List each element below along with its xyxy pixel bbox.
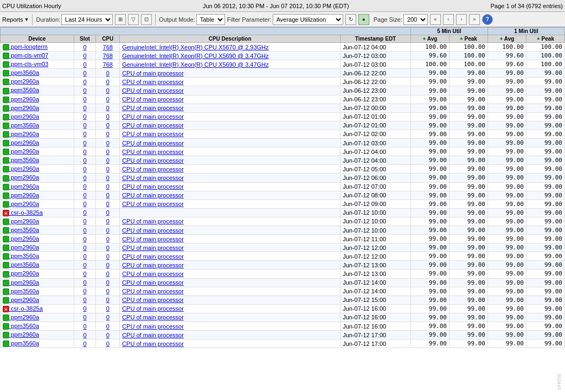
cpu-link[interactable]: 0 <box>106 149 110 155</box>
slot-link[interactable]: 0 <box>83 149 86 155</box>
cpu-desc-link[interactable]: CPU of main processor <box>122 236 184 242</box>
cpu-link[interactable]: 0 <box>106 175 110 181</box>
slot-link[interactable]: 0 <box>83 323 86 330</box>
col-slot[interactable]: Slot <box>74 35 96 43</box>
cpu-link[interactable]: 0 <box>106 262 110 268</box>
slot-link[interactable]: 0 <box>83 157 86 164</box>
device-link[interactable]: ppm2960a <box>9 139 39 146</box>
cpu-desc-link[interactable]: CPU of main processor <box>122 122 184 128</box>
slot-link[interactable]: 0 <box>83 192 86 198</box>
device-link[interactable]: ppm2960a <box>9 218 39 224</box>
device-link[interactable]: ppm3560a <box>9 340 39 346</box>
cpu-desc-link[interactable]: CPU of main processor <box>122 113 184 120</box>
cpu-desc-link[interactable]: GenuineIntel: Intel(R) Xeon(R) CPU X5690… <box>122 61 268 68</box>
device-link[interactable]: ppm2960a <box>9 78 39 85</box>
device-link[interactable]: ppm2960a <box>9 131 39 137</box>
cpu-link[interactable]: 0 <box>106 201 110 207</box>
cpu-link[interactable]: 0 <box>106 166 110 172</box>
graph-icon[interactable]: ● <box>358 14 369 25</box>
cpu-link[interactable]: 0 <box>106 70 110 76</box>
device-link[interactable]: ppm3560a <box>9 253 39 259</box>
slot-link[interactable]: 0 <box>83 79 86 85</box>
cpu-desc-link[interactable]: CPU of main processor <box>122 140 184 146</box>
slot-link[interactable]: 0 <box>83 96 86 102</box>
nav-prev-btn[interactable]: ‹ <box>443 14 454 25</box>
cpu-desc-link[interactable]: CPU of main processor <box>122 297 184 303</box>
device-link[interactable]: ppm2960a <box>9 279 39 286</box>
slot-link[interactable]: 0 <box>83 297 86 303</box>
cpu-link[interactable]: 0 <box>106 271 110 277</box>
device-link[interactable]: ppm3560a <box>9 323 39 329</box>
cpu-desc-link[interactable]: CPU of main processor <box>122 245 184 251</box>
slot-link[interactable]: 0 <box>83 305 86 312</box>
cpu-link[interactable]: 0 <box>106 340 110 347</box>
device-link[interactable]: ppm3560a <box>9 157 39 163</box>
cpu-link[interactable]: 0 <box>106 122 110 128</box>
cpu-desc-link[interactable]: CPU of main processor <box>122 323 184 330</box>
device-link[interactable]: ppm2960a <box>9 113 39 120</box>
device-link[interactable]: ppm-cls-vm03 <box>9 61 48 67</box>
export-icon[interactable]: ⊡ <box>141 14 152 25</box>
device-link[interactable]: ppm2960a <box>9 105 39 111</box>
help-btn[interactable]: ? <box>482 14 493 25</box>
cpu-link[interactable]: 768 <box>103 61 113 68</box>
cpu-desc-link[interactable]: CPU of main processor <box>122 332 184 338</box>
cpu-desc-link[interactable]: CPU of main processor <box>122 262 184 268</box>
slot-link[interactable]: 0 <box>83 122 86 128</box>
slot-link[interactable]: 0 <box>83 131 86 137</box>
device-link[interactable]: ppm2960a <box>9 314 39 320</box>
slot-link[interactable]: 0 <box>83 87 86 94</box>
reports-dropdown-icon[interactable]: ▼ <box>24 17 29 22</box>
cpu-link[interactable]: 0 <box>106 87 110 94</box>
device-link[interactable]: ppm2960a <box>9 201 39 207</box>
cpu-desc-link[interactable]: CPU of main processor <box>122 201 184 207</box>
device-link[interactable]: ppm2960a <box>9 148 39 155</box>
cpu-desc-link[interactable]: CPU of main processor <box>122 183 184 190</box>
device-link[interactable]: ppm3560a <box>9 288 39 294</box>
filter-icon[interactable]: ▽ <box>128 14 139 25</box>
nav-first-btn[interactable]: « <box>430 14 441 25</box>
slot-link[interactable]: 0 <box>83 53 86 59</box>
slot-link[interactable]: 0 <box>83 314 86 320</box>
slot-link[interactable]: 0 <box>83 140 86 146</box>
cpu-desc-link[interactable]: CPU of main processor <box>122 157 184 164</box>
cpu-link[interactable]: 0 <box>106 131 110 137</box>
slot-link[interactable]: 0 <box>83 227 86 234</box>
cpu-link[interactable]: 0 <box>106 279 110 286</box>
cpu-link[interactable]: 0 <box>106 314 110 320</box>
col-1min-avg[interactable]: + Avg <box>487 35 526 43</box>
cpu-link[interactable]: 768 <box>103 53 113 59</box>
slot-link[interactable]: 0 <box>83 70 86 76</box>
cpu-desc-link[interactable]: CPU of main processor <box>122 305 184 312</box>
reports-menu[interactable]: Reports ▼ <box>2 16 29 23</box>
col-timestamp[interactable]: Timestamp EDT <box>341 35 411 43</box>
cpu-link[interactable]: 0 <box>106 157 110 164</box>
device-link[interactable]: csr-o-3825a <box>9 209 43 216</box>
device-link[interactable]: ppm2960a <box>9 192 39 198</box>
cpu-desc-link[interactable]: CPU of main processor <box>122 79 184 85</box>
device-link[interactable]: ppm3560a <box>9 261 39 268</box>
col-cpu-desc[interactable]: CPU Description <box>120 35 341 43</box>
cpu-desc-link[interactable]: GenuineIntel: Intel(R) Xeon(R) CPU X5670… <box>122 44 268 50</box>
slot-link[interactable]: 0 <box>83 245 86 251</box>
slot-link[interactable]: 0 <box>83 209 86 216</box>
slot-link[interactable]: 0 <box>83 236 86 242</box>
slot-link[interactable]: 0 <box>83 332 86 338</box>
col-cpu[interactable]: CPU <box>96 35 120 43</box>
filter-param-select[interactable]: Average Utilization <box>273 14 343 25</box>
cpu-desc-link[interactable]: CPU of main processor <box>122 314 184 320</box>
slot-link[interactable]: 0 <box>83 175 86 181</box>
cpu-link[interactable]: 768 <box>103 44 113 50</box>
device-link[interactable]: ppm-longterm <box>9 43 48 50</box>
device-link[interactable]: ppm3560a <box>9 227 39 233</box>
cpu-desc-link[interactable]: CPU of main processor <box>122 131 184 137</box>
slot-link[interactable]: 0 <box>83 262 86 268</box>
cpu-link[interactable]: 0 <box>106 113 110 120</box>
col-device[interactable]: Device <box>1 35 74 43</box>
device-link[interactable]: ppm2960a <box>9 165 39 172</box>
cpu-link[interactable]: 0 <box>106 140 110 146</box>
device-link[interactable]: ppm2960a <box>9 244 39 250</box>
cpu-desc-link[interactable]: CPU of main processor <box>122 253 184 260</box>
slot-link[interactable]: 0 <box>83 105 86 111</box>
slot-link[interactable]: 0 <box>83 218 86 224</box>
